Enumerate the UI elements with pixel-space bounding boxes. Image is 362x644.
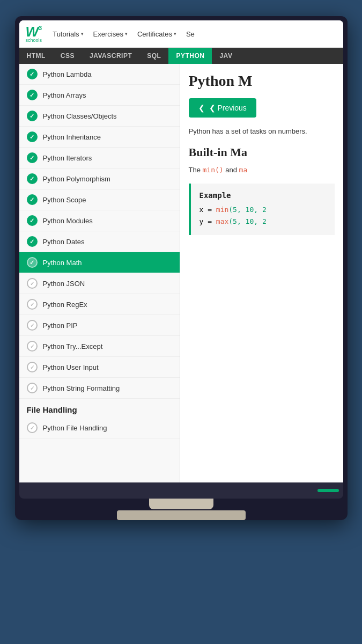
- previous-button[interactable]: ❮ ❮ Previous: [189, 98, 256, 118]
- sidebar-item-python-regex[interactable]: Python RegEx: [19, 294, 180, 315]
- code-line-2: y = max(5, 10, 2: [200, 216, 326, 228]
- check-icon: [27, 215, 38, 226]
- nav-items: Tutorials ▾ Exercises ▾ Certificates ▾ S…: [53, 30, 195, 38]
- chevron-left-icon: ❮: [198, 104, 205, 112]
- code-line-1: x = min(5, 10, 2: [200, 204, 326, 216]
- main-content: Python M ❮ ❮ Previous Python has a set o…: [180, 64, 343, 482]
- check-icon-empty: [27, 341, 38, 352]
- browser-window: W 3 schools Tutorials ▾ Exercises ▾ Cert…: [19, 20, 343, 482]
- example-label: Example: [200, 191, 326, 200]
- description-text: Python has a set of tasks on numbers.: [189, 126, 335, 137]
- nav-certificates[interactable]: Certificates ▾: [137, 30, 176, 38]
- chevron-down-icon: ▾: [125, 31, 128, 36]
- check-icon-empty: [27, 362, 38, 372]
- check-icon-empty: [27, 383, 38, 393]
- check-icon: [27, 90, 38, 100]
- code-example-box: Example x = min(5, 10, 2 y = max(5, 10, …: [189, 184, 335, 235]
- status-indicator: [317, 489, 339, 492]
- check-icon: [27, 111, 38, 121]
- w3schools-logo[interactable]: W 3 schools: [26, 25, 42, 43]
- tab-python[interactable]: PYTHON: [168, 48, 212, 64]
- check-icon-empty: [27, 278, 38, 289]
- check-icon-empty: [27, 299, 38, 310]
- monitor-bottom-bar: [19, 482, 343, 499]
- sidebar-item-python-file-handling[interactable]: Python File Handling: [19, 418, 180, 438]
- check-icon: [27, 236, 38, 247]
- file-handling-section-header: File Handling: [19, 399, 180, 418]
- monitor: W 3 schools Tutorials ▾ Exercises ▾ Cert…: [15, 16, 348, 520]
- sidebar-item-python-modules[interactable]: Python Modules: [19, 210, 180, 231]
- nav-exercises[interactable]: Exercises ▾: [93, 30, 128, 38]
- logo-superscript: 3: [39, 25, 42, 31]
- page-title: Python M: [189, 72, 335, 90]
- logo-w-letter: W: [26, 25, 39, 39]
- language-tabs: HTML CSS JAVASCRIPT SQL PYTHON JAV: [19, 48, 343, 64]
- sidebar-item-python-arrays[interactable]: Python Arrays: [19, 85, 180, 106]
- monitor-stand: [19, 499, 343, 520]
- sidebar-item-python-dates[interactable]: Python Dates: [19, 231, 180, 252]
- nav-search[interactable]: Se: [186, 30, 195, 38]
- check-icon: [27, 194, 38, 205]
- tab-css[interactable]: CSS: [53, 48, 82, 64]
- sidebar-item-python-json[interactable]: Python JSON: [19, 273, 180, 294]
- sidebar-item-python-try-except[interactable]: Python Try...Except: [19, 336, 180, 357]
- check-icon: [27, 257, 38, 268]
- tab-html[interactable]: HTML: [19, 48, 53, 64]
- sidebar-item-python-user-input[interactable]: Python User Input: [19, 357, 180, 378]
- tab-sql[interactable]: SQL: [139, 48, 168, 64]
- sidebar-item-python-polymorphism[interactable]: Python Polymorphism: [19, 169, 180, 189]
- max-function-code: ma: [239, 166, 248, 174]
- tab-java[interactable]: JAV: [212, 48, 240, 64]
- sidebar-item-python-scope[interactable]: Python Scope: [19, 189, 180, 210]
- sidebar-item-python-pip[interactable]: Python PIP: [19, 315, 180, 336]
- sidebar-item-python-lambda[interactable]: Python Lambda: [19, 64, 180, 85]
- sidebar-item-python-string-formatting[interactable]: Python String Formatting: [19, 378, 180, 399]
- check-icon: [27, 152, 38, 163]
- content-area: Python Lambda Python Arrays Python Class…: [19, 64, 343, 482]
- check-icon: [27, 69, 38, 79]
- check-icon-empty: [27, 320, 38, 331]
- inline-code-text: The min() and ma: [189, 165, 335, 175]
- top-nav: W 3 schools Tutorials ▾ Exercises ▾ Cert…: [19, 20, 343, 48]
- stand-base: [117, 510, 246, 520]
- nav-tutorials[interactable]: Tutorials ▾: [53, 30, 83, 38]
- sidebar-item-python-math[interactable]: Python Math: [19, 252, 180, 273]
- stand-neck: [149, 499, 213, 509]
- sidebar-item-python-iterators[interactable]: Python Iterators: [19, 148, 180, 169]
- builtin-math-title: Built-in Ma: [189, 145, 335, 159]
- check-icon-empty: [27, 422, 38, 433]
- tab-javascript[interactable]: JAVASCRIPT: [82, 48, 139, 64]
- sidebar-item-python-inheritance[interactable]: Python Inheritance: [19, 127, 180, 148]
- chevron-down-icon: ▾: [81, 31, 84, 36]
- logo-schools-text: schools: [26, 38, 42, 43]
- check-icon: [27, 173, 38, 184]
- min-function-code: min(): [203, 166, 224, 174]
- check-icon: [27, 131, 38, 142]
- chevron-down-icon: ▾: [174, 31, 176, 36]
- sidebar-item-python-classes[interactable]: Python Classes/Objects: [19, 106, 180, 127]
- sidebar: Python Lambda Python Arrays Python Class…: [19, 64, 180, 482]
